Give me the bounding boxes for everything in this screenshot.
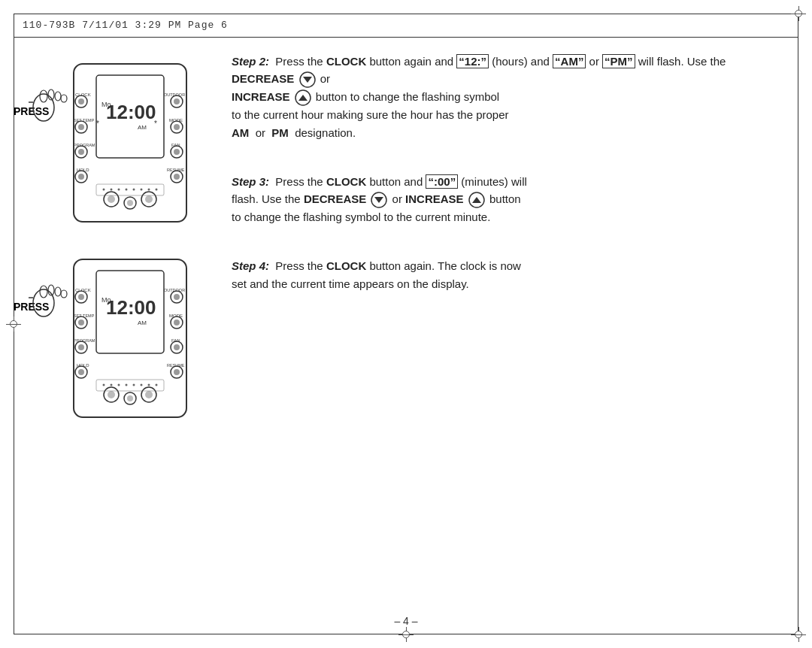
svg-point-100 [148, 384, 150, 386]
thermostat-bottom: 12:00 Mo AM CLOCK SET TEMP PROGRAM HOLD [55, 256, 205, 421]
svg-point-1 [40, 90, 47, 102]
svg-text:12:00: 12:00 [106, 296, 156, 319]
svg-point-52 [33, 289, 54, 316]
svg-text:*: * [96, 120, 99, 128]
step3-decrease: DECREASE [304, 192, 366, 205]
crosshair-bottom-center [398, 627, 414, 642]
svg-point-36 [174, 174, 180, 180]
main-content: PRESS [14, 38, 798, 621]
svg-point-50 [148, 189, 150, 191]
svg-point-86 [174, 369, 180, 375]
svg-point-56 [61, 290, 67, 298]
decrease-icon-2 [371, 192, 387, 208]
svg-point-30 [174, 124, 180, 130]
svg-point-49 [141, 189, 143, 191]
left-column: PRESS [14, 38, 209, 621]
step3-highlight-00: “:00” [426, 174, 458, 189]
svg-point-51 [156, 189, 158, 191]
svg-point-90 [127, 395, 133, 401]
header: 110-793B 7/11/01 3:29 PM Page 6 [14, 14, 798, 38]
thermostat-svg-top: 12:00 Mo AM * * CLOCK SET TEMP [55, 60, 205, 226]
step2-am: AM [232, 126, 249, 139]
increase-icon-2 [468, 192, 485, 208]
increase-icon [295, 89, 311, 106]
svg-text:Mo: Mo [102, 296, 111, 304]
step2-clock: CLOCK [326, 55, 366, 68]
svg-point-42 [145, 195, 153, 203]
step4-label: Step 4: [232, 259, 269, 272]
svg-point-4 [61, 95, 67, 102]
svg-point-99 [141, 384, 143, 386]
step3-clock: CLOCK [326, 175, 366, 188]
svg-marker-107 [374, 197, 383, 203]
svg-point-18 [78, 124, 84, 130]
step3-increase: INCREASE [405, 192, 464, 205]
svg-point-101 [156, 384, 158, 386]
svg-point-40 [127, 200, 133, 206]
svg-point-48 [133, 189, 135, 191]
thermostat-svg-bottom: 12:00 Mo AM CLOCK SET TEMP PROGRAM HOLD [55, 256, 205, 421]
right-column: Step 2: Press the CLOCK button again and… [209, 38, 798, 621]
step2-label: Step 2: [232, 55, 269, 68]
svg-point-38 [108, 195, 115, 203]
svg-point-53 [40, 286, 47, 298]
svg-point-27 [174, 98, 180, 104]
svg-text:*: * [154, 120, 157, 128]
svg-marker-105 [298, 95, 308, 101]
hand-icon-bottom [29, 277, 70, 318]
thermostat-top: 12:00 Mo AM * * CLOCK SET TEMP [55, 60, 205, 226]
svg-point-68 [78, 319, 84, 326]
crosshair-top-right [791, 6, 806, 21]
svg-point-65 [78, 294, 84, 300]
svg-point-77 [174, 294, 180, 300]
step2-decrease: DECREASE [232, 72, 294, 85]
svg-point-74 [78, 369, 84, 375]
step2-highlight-pm: “PM” [602, 54, 635, 68]
step2-increase: INCREASE [232, 90, 290, 103]
svg-point-98 [133, 384, 135, 386]
svg-point-94 [103, 384, 105, 386]
svg-point-97 [126, 384, 128, 386]
svg-text:AM: AM [138, 319, 147, 326]
svg-point-88 [108, 391, 115, 398]
svg-point-71 [78, 344, 84, 350]
svg-marker-103 [303, 77, 312, 83]
svg-point-80 [174, 319, 180, 326]
step4-text: Step 4: Press the CLOCK button again. Th… [232, 257, 776, 292]
svg-point-47 [126, 189, 128, 191]
thermostat-section-top: PRESS [14, 60, 205, 226]
svg-point-55 [55, 287, 61, 296]
svg-point-83 [174, 344, 180, 350]
crosshair-bottom-right [791, 627, 806, 642]
svg-point-45 [111, 189, 113, 191]
hand-icon-top [29, 81, 70, 123]
page-number: – 4 – [394, 615, 417, 627]
svg-text:RESUME: RESUME [167, 168, 185, 172]
header-text: 110-793B 7/11/01 3:29 PM Page 6 [23, 20, 228, 31]
step2-text: Step 2: Press the CLOCK button again and… [232, 53, 776, 141]
step2-highlight-am: “AM” [553, 54, 586, 68]
thermostat-section-bottom: PRESS 12:00 Mo AM [14, 256, 205, 421]
svg-point-15 [78, 98, 84, 104]
step2-pm: PM [271, 126, 289, 139]
svg-text:RESUME: RESUME [167, 363, 185, 368]
svg-text:Mo: Mo [102, 101, 111, 108]
svg-point-92 [145, 391, 153, 398]
svg-point-96 [118, 384, 120, 386]
decrease-icon [299, 71, 316, 88]
svg-point-95 [111, 384, 113, 386]
svg-marker-109 [472, 197, 481, 203]
step4-clock: CLOCK [326, 259, 366, 272]
svg-text:12:00: 12:00 [106, 101, 156, 123]
svg-point-21 [78, 149, 84, 155]
svg-point-24 [78, 174, 84, 180]
svg-point-33 [174, 149, 180, 155]
step3-text: Step 3: Press the CLOCK button and “:00”… [232, 173, 776, 226]
svg-point-3 [55, 92, 61, 101]
svg-point-46 [118, 189, 120, 191]
svg-point-0 [33, 94, 54, 121]
svg-point-44 [103, 189, 105, 191]
step3-label: Step 3: [232, 175, 269, 188]
step2-highlight-12: “12:” [456, 54, 489, 68]
svg-text:AM: AM [138, 124, 147, 131]
